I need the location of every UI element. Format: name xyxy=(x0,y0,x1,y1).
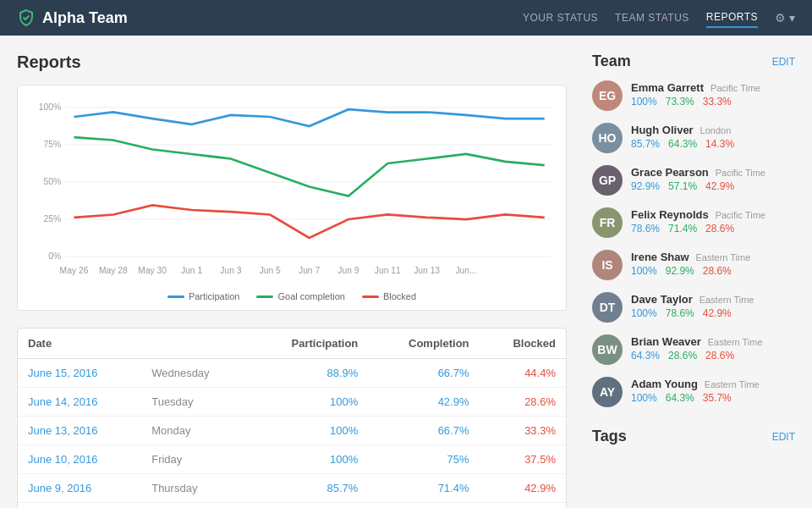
chart-area: 100% 75% 50% 25% 0% May 26 May 28 May 30… xyxy=(30,98,553,284)
table-row: June 14, 2016 Tuesday 100% 42.9% 28.6% xyxy=(18,388,566,417)
chart-svg: 100% 75% 50% 25% 0% May 26 May 28 May 30… xyxy=(30,98,553,284)
settings-button[interactable]: ⚙ ▾ xyxy=(775,11,795,25)
svg-text:50%: 50% xyxy=(43,176,61,186)
legend-goal-label: Goal completion xyxy=(277,291,345,301)
legend-blocked: Blocked xyxy=(362,291,416,301)
nav-team-status[interactable]: TEAM STATUS xyxy=(615,8,689,27)
reports-table: Date Participation Completion Blocked Ju… xyxy=(18,329,566,508)
stat-blocked: 14.3% xyxy=(705,138,734,150)
team-members-list: EG Emma Garrett Pacific Time 100% 73.3% … xyxy=(592,80,795,407)
cell-participation: 100% xyxy=(249,388,368,417)
legend-participation-label: Participation xyxy=(189,291,240,301)
team-member: DT Dave Taylor Eastern Time 100% 78.6% 4… xyxy=(592,292,795,323)
legend-goal-line xyxy=(256,295,273,298)
cell-date[interactable]: June 8, 2016 xyxy=(18,503,141,509)
member-name: Brian Weaver xyxy=(631,335,701,348)
stat-blocked: 28.6% xyxy=(705,350,734,362)
avatar: EG xyxy=(592,80,623,111)
table-header-row: Date Participation Completion Blocked xyxy=(18,329,566,359)
team-member: EG Emma Garrett Pacific Time 100% 73.3% … xyxy=(592,80,795,111)
cell-completion: 66.7% xyxy=(368,417,479,445)
cell-date[interactable]: June 14, 2016 xyxy=(18,388,141,417)
team-member: FR Felix Reynolds Pacific Time 78.6% 71.… xyxy=(592,207,795,238)
cell-date[interactable]: June 15, 2016 xyxy=(18,359,141,388)
data-table-section: Date Participation Completion Blocked Ju… xyxy=(17,328,567,508)
stat-completion: 92.9% xyxy=(666,265,694,277)
chart-container: 100% 75% 50% 25% 0% May 26 May 28 May 30… xyxy=(17,85,567,311)
member-stats: 78.6% 71.4% 28.6% xyxy=(631,223,795,235)
member-stats: 100% 92.9% 28.6% xyxy=(631,265,795,277)
table-row: June 8, 2016 Wednesday 77.8% 33.3% 11.1% xyxy=(18,503,566,509)
tags-header: Tags EDIT xyxy=(592,428,795,445)
svg-text:Jun 11: Jun 11 xyxy=(375,264,401,274)
cell-completion: 71.4% xyxy=(368,474,479,503)
member-name: Emma Garrett xyxy=(631,81,704,94)
table-row: June 9, 2016 Thursday 85.7% 71.4% 42.9% xyxy=(18,474,566,503)
member-zone: Eastern Time xyxy=(708,337,763,347)
shield-icon xyxy=(17,8,36,27)
team-member: BW Brian Weaver Eastern Time 64.3% 28.6%… xyxy=(592,334,795,365)
cell-blocked: 33.3% xyxy=(480,417,566,445)
avatar: FR xyxy=(592,207,623,238)
cell-date[interactable]: June 9, 2016 xyxy=(18,474,141,503)
cell-blocked: 28.6% xyxy=(480,388,566,417)
member-name: Adam Young xyxy=(631,378,698,390)
cell-day: Wednesday xyxy=(141,359,249,388)
stat-participation: 100% xyxy=(631,392,657,404)
svg-text:May 30: May 30 xyxy=(138,264,167,274)
cell-day: Wednesday xyxy=(141,503,249,509)
cell-day: Monday xyxy=(141,417,249,445)
nav-reports[interactable]: REPORTS xyxy=(706,8,758,28)
member-info: Dave Taylor Eastern Time 100% 78.6% 42.9… xyxy=(631,292,795,319)
cell-date[interactable]: June 13, 2016 xyxy=(18,417,141,445)
member-stats: 100% 73.3% 33.3% xyxy=(631,96,795,108)
stat-completion: 28.6% xyxy=(668,350,697,362)
stat-completion: 64.3% xyxy=(666,392,694,404)
nav-your-status[interactable]: YOUR STATUS xyxy=(523,8,598,27)
col-date: Date xyxy=(18,329,141,359)
stat-participation: 100% xyxy=(631,96,657,108)
member-stats: 85.7% 64.3% 14.3% xyxy=(631,138,795,150)
chart-legend: Participation Goal completion Blocked xyxy=(30,291,553,301)
avatar: AY xyxy=(592,377,623,407)
main-nav: YOUR STATUS TEAM STATUS REPORTS ⚙ ▾ xyxy=(523,8,795,28)
team-member: HO Hugh Oliver London 85.7% 64.3% 14.3% xyxy=(592,123,795,153)
team-edit-button[interactable]: EDIT xyxy=(772,56,795,68)
cell-date[interactable]: June 10, 2016 xyxy=(18,445,141,474)
stat-blocked: 28.6% xyxy=(705,223,734,235)
cell-day: Thursday xyxy=(141,474,249,503)
member-info: Adam Young Eastern Time 100% 64.3% 35.7% xyxy=(631,377,795,404)
avatar: GP xyxy=(592,165,623,196)
stat-participation: 78.6% xyxy=(631,223,660,235)
cell-completion: 33.3% xyxy=(368,503,479,509)
stat-blocked: 33.3% xyxy=(703,96,732,108)
main-layout: Reports 100% 75% 50% 25% 0% xyxy=(0,36,812,508)
table-row: June 15, 2016 Wednesday 88.9% 66.7% 44.4… xyxy=(18,359,566,388)
member-name: Felix Reynolds xyxy=(631,208,709,221)
svg-text:May 28: May 28 xyxy=(99,264,128,274)
stat-blocked: 35.7% xyxy=(703,392,732,404)
member-stats: 64.3% 28.6% 28.6% xyxy=(631,350,795,362)
stat-completion: 73.3% xyxy=(666,96,694,108)
cell-participation: 100% xyxy=(249,417,368,445)
tags-edit-button[interactable]: EDIT xyxy=(772,431,795,443)
svg-text:Jun 3: Jun 3 xyxy=(220,264,241,274)
member-info: Brian Weaver Eastern Time 64.3% 28.6% 28… xyxy=(631,334,795,362)
stat-blocked: 28.6% xyxy=(703,265,732,277)
brand-name: Alpha Team xyxy=(42,9,128,27)
col-blocked: Blocked xyxy=(480,329,566,359)
avatar: BW xyxy=(592,334,623,365)
stat-completion: 71.4% xyxy=(668,223,697,235)
cell-participation: 77.8% xyxy=(249,503,368,509)
member-zone: Pacific Time xyxy=(716,210,765,220)
stat-blocked: 42.9% xyxy=(705,180,734,192)
member-zone: Eastern Time xyxy=(700,295,754,305)
member-stats: 100% 78.6% 42.9% xyxy=(631,307,795,319)
stat-completion: 64.3% xyxy=(668,138,697,150)
svg-text:Jun 13: Jun 13 xyxy=(414,264,440,274)
brand: Alpha Team xyxy=(17,8,523,27)
cell-blocked: 42.9% xyxy=(480,474,566,503)
left-panel: Reports 100% 75% 50% 25% 0% xyxy=(17,52,567,508)
cell-completion: 66.7% xyxy=(368,359,479,388)
avatar: HO xyxy=(592,123,623,153)
